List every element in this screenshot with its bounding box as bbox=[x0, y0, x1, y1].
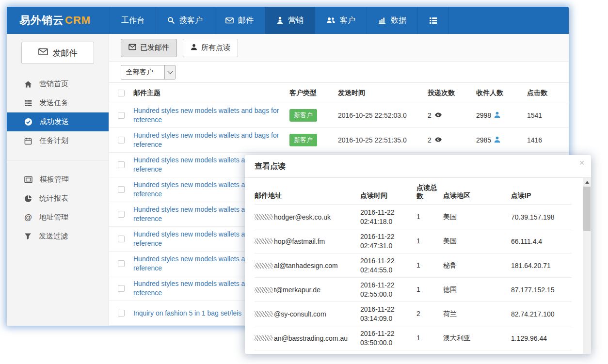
read-region: 美国 bbox=[443, 213, 511, 222]
row-checkbox[interactable] bbox=[118, 310, 125, 317]
read-ip: 82.74.217.100 bbox=[511, 310, 572, 318]
redacted-text bbox=[255, 287, 273, 293]
read-total: 2 bbox=[416, 310, 443, 318]
nav-item-data[interactable]: 数据 bbox=[367, 7, 417, 34]
customers-icon bbox=[326, 16, 336, 24]
scrollbar-thumb[interactable] bbox=[583, 187, 591, 231]
read-region: 荷兰 bbox=[443, 310, 511, 318]
filter-bar: 全部客户 bbox=[109, 62, 569, 83]
sidebar-item-label: 地址管理 bbox=[39, 213, 68, 222]
mail-table-header: 邮件主题 客户类型 发送时间 投递次数 收件人数 点击数 bbox=[109, 83, 569, 103]
close-icon[interactable]: ✕ bbox=[579, 159, 585, 167]
row-checkbox[interactable] bbox=[118, 161, 125, 168]
eye-icon[interactable] bbox=[434, 136, 442, 145]
tab-all-reads[interactable]: 所有点读 bbox=[183, 39, 238, 57]
select-all-checkbox[interactable] bbox=[118, 90, 125, 96]
sidebar-item-label: 任务计划 bbox=[39, 136, 68, 145]
pie-chart-icon bbox=[24, 195, 32, 203]
at-icon: @ bbox=[24, 213, 32, 222]
read-time: 2016-11-22 02:55:00.0 bbox=[360, 281, 416, 299]
sidebar-item-send-tasks[interactable]: 发送任务 bbox=[7, 94, 109, 112]
sidebar-item-statistics-report[interactable]: 统计报表 bbox=[7, 189, 109, 208]
sidebar-item-label: 统计报表 bbox=[39, 194, 68, 203]
row-checkbox[interactable] bbox=[118, 112, 125, 119]
search-icon bbox=[167, 16, 175, 24]
nav-item-label: 搜客户 bbox=[179, 16, 203, 26]
app-logo[interactable]: 易外销云CRM bbox=[7, 7, 110, 34]
sidebar-item-sent-success[interactable]: 成功发送 bbox=[7, 112, 109, 131]
nav-item-marketing[interactable]: 营销 bbox=[265, 7, 315, 34]
mail-subject-link[interactable]: Inquiry on fashion 5 in 1 bag set/leis bbox=[133, 309, 241, 318]
dialog-title: 查看点读 bbox=[255, 161, 286, 172]
reads-table-row: @sy-consult.com 2016-11-22 03:14:09.0 2 … bbox=[255, 302, 572, 326]
sidebar-item-label: 成功发送 bbox=[40, 117, 69, 127]
sidebar-item-address-management[interactable]: @ 地址管理 bbox=[7, 208, 109, 227]
read-time: 2016-11-22 02:44:55.0 bbox=[360, 256, 416, 275]
sidebar-menu: 营销首页 发送任务 成功发送 任务计划 bbox=[7, 75, 109, 246]
header-read-ip: 点读IP bbox=[511, 191, 572, 200]
sidebar-item-marketing-home[interactable]: 营销首页 bbox=[7, 75, 109, 94]
nav-item-label: 邮件 bbox=[238, 16, 254, 26]
read-region: 德国 bbox=[443, 285, 511, 294]
bar-chart-icon bbox=[378, 16, 386, 24]
nav-item-search-customers[interactable]: 搜客户 bbox=[156, 7, 214, 34]
row-checkbox[interactable] bbox=[118, 285, 125, 292]
logo-suffix: CRM bbox=[65, 14, 91, 27]
email-address: hodger@esk.co.uk bbox=[274, 213, 331, 221]
email-address: al@tanhadesign.com bbox=[274, 262, 338, 269]
eye-icon[interactable] bbox=[434, 111, 442, 120]
dialog-header: 查看点读 ✕ bbox=[245, 155, 591, 178]
sidebar-item-send-filter[interactable]: 发送过滤 bbox=[7, 227, 109, 246]
compose-mail-button[interactable]: 发邮件 bbox=[21, 42, 94, 64]
chevron-down-icon bbox=[164, 65, 175, 79]
calendar-icon bbox=[24, 137, 32, 145]
tab-sent-mails[interactable]: 已发邮件 bbox=[121, 39, 177, 57]
read-total: 1 bbox=[416, 261, 443, 269]
mail-subject-link[interactable]: Hundred styles new models wallets and ba… bbox=[133, 131, 286, 149]
redacted-text bbox=[255, 335, 273, 341]
read-ip: 1.129.96.44 bbox=[511, 334, 572, 342]
sidebar-item-task-schedule[interactable]: 任务计划 bbox=[7, 131, 109, 150]
header-read-time: 点读时间 bbox=[360, 191, 416, 200]
header-read-region: 点读地区 bbox=[443, 191, 511, 200]
nav-item-mail[interactable]: 邮件 bbox=[214, 7, 265, 34]
read-region: 澳大利亚 bbox=[443, 334, 511, 343]
new-customer-badge: 新客户 bbox=[289, 109, 317, 122]
header-customer-type: 客户类型 bbox=[289, 89, 338, 97]
customer-filter-select[interactable]: 全部客户 bbox=[121, 65, 176, 79]
row-checkbox[interactable] bbox=[118, 211, 125, 218]
nav-item-customers[interactable]: 客户 bbox=[315, 7, 367, 34]
sidebar-item-template-management[interactable]: 模板管理 bbox=[7, 170, 109, 189]
sidebar: 发邮件 营销首页 发送任务 成功发送 bbox=[7, 34, 109, 326]
view-tabs: 已发邮件 所有点读 bbox=[109, 34, 569, 62]
read-time: 2016-11-22 03:50:00.0 bbox=[360, 329, 416, 348]
sidebar-item-label: 模板管理 bbox=[40, 175, 69, 184]
recipient-person-icon[interactable] bbox=[494, 136, 500, 144]
read-time: 2016-11-22 03:14:09.0 bbox=[360, 305, 416, 323]
recipient-count: 2985 bbox=[476, 136, 491, 144]
page: 易外销云CRM 工作台 搜客户 邮件 营销 客户 bbox=[0, 0, 608, 364]
delivery-count: 2 bbox=[428, 136, 432, 144]
row-checkbox[interactable] bbox=[118, 186, 125, 193]
compose-mail-label: 发邮件 bbox=[53, 47, 78, 59]
scroll-up-arrow-icon[interactable] bbox=[583, 178, 591, 186]
redacted-text bbox=[255, 263, 273, 269]
mail-subject-link[interactable]: Hundred styles new models wallets and ba… bbox=[133, 106, 286, 125]
row-checkbox[interactable] bbox=[118, 236, 125, 242]
recipient-person-icon[interactable] bbox=[494, 111, 500, 120]
sidebar-item-label: 营销首页 bbox=[39, 79, 68, 89]
customer-filter-value: 全部客户 bbox=[121, 68, 164, 77]
nav-item-label: 工作台 bbox=[121, 16, 144, 26]
list-icon bbox=[429, 17, 437, 24]
nav-item-workbench[interactable]: 工作台 bbox=[110, 7, 156, 34]
envelope-icon bbox=[128, 44, 136, 52]
modal-scrollbar[interactable] bbox=[583, 178, 591, 354]
read-ip: 70.39.157.198 bbox=[511, 213, 572, 221]
email-address: hop@fastmail.fm bbox=[274, 237, 325, 245]
read-region: 秘鲁 bbox=[443, 261, 511, 270]
nav-item-more-list[interactable] bbox=[417, 7, 449, 34]
row-checkbox[interactable] bbox=[118, 260, 125, 267]
row-checkbox[interactable] bbox=[118, 137, 125, 143]
header-delivery-count: 投递次数 bbox=[428, 89, 476, 97]
email-address: an@basstrading.com.au bbox=[274, 334, 348, 342]
